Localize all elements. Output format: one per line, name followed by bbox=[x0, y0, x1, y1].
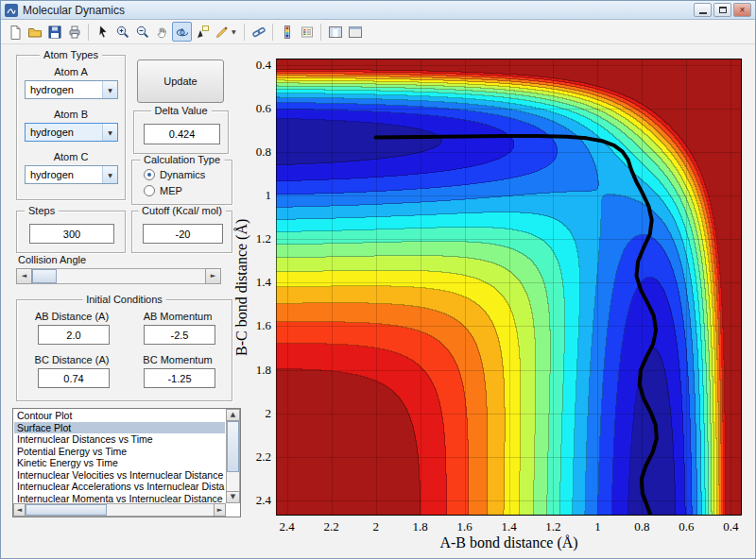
chevron-down-icon: ▼ bbox=[102, 124, 117, 141]
plot-type-list: Contour PlotSurface PlotInternuclear Dis… bbox=[14, 410, 225, 502]
steps-field[interactable] bbox=[29, 224, 114, 244]
atom-c-dropdown[interactable]: hydrogen ▼ bbox=[25, 165, 118, 184]
calculation-type-panel: Calculation Type Dynamics MEP bbox=[131, 160, 232, 205]
figure-toolbar: ▼ bbox=[1, 20, 755, 44]
list-item[interactable]: Kinetic Energy vs Time bbox=[14, 457, 225, 469]
bc-distance-field[interactable] bbox=[38, 368, 110, 388]
radio-button-icon bbox=[144, 169, 155, 180]
slider-left-arrow[interactable]: ◄ bbox=[16, 268, 32, 284]
edit-plot-button[interactable] bbox=[93, 22, 112, 42]
x-tick-label: 2 bbox=[357, 519, 395, 534]
cutoff-title: Cutoff (Kcal/ mol) bbox=[138, 205, 226, 216]
toolbar-separator bbox=[244, 24, 245, 41]
figure-window: Molecular Dynamics × bbox=[0, 0, 756, 559]
rotate-3d-button[interactable] bbox=[172, 22, 192, 42]
list-item[interactable]: Internuclear Momenta vs Internuclear Dis… bbox=[14, 493, 225, 503]
restore-button[interactable] bbox=[713, 3, 731, 17]
ab-momentum-field[interactable] bbox=[144, 325, 215, 345]
slider-right-arrow[interactable]: ► bbox=[205, 268, 221, 284]
bc-momentum-label: BC Momentum bbox=[127, 354, 229, 365]
ab-momentum-label: AB Momentum bbox=[127, 311, 229, 322]
delta-value-field[interactable] bbox=[144, 124, 220, 144]
link-plot-button[interactable] bbox=[249, 22, 268, 42]
chevron-down-icon: ▼ bbox=[102, 81, 117, 98]
list-item[interactable]: Internuclear Accelerations vs Internucle… bbox=[14, 481, 225, 493]
insert-legend-button[interactable] bbox=[297, 22, 317, 42]
new-file-button[interactable] bbox=[5, 22, 25, 42]
bc-distance-label: BC Distance (A) bbox=[21, 354, 123, 365]
link-plot-icon bbox=[251, 25, 266, 40]
plot-tools-show-icon bbox=[328, 25, 343, 40]
plot-tools-hide-icon bbox=[348, 25, 363, 40]
x-axis-label: A-B bond distance (Å) bbox=[276, 534, 742, 551]
brush-button[interactable] bbox=[212, 22, 232, 42]
data-cursor-icon bbox=[195, 25, 210, 40]
print-button[interactable] bbox=[64, 22, 84, 42]
x-tick-label: 1 bbox=[578, 519, 616, 534]
zoom-in-button[interactable] bbox=[112, 22, 132, 42]
calculation-type-title: Calculation Type bbox=[140, 154, 224, 165]
window-title: Molecular Dynamics bbox=[23, 4, 694, 17]
ab-distance-field[interactable] bbox=[38, 325, 110, 345]
atom-b-value: hydrogen bbox=[26, 124, 102, 141]
radio-mep-label: MEP bbox=[160, 185, 182, 196]
radio-button-icon bbox=[144, 185, 155, 196]
delta-value-panel: Delta Value bbox=[133, 110, 229, 154]
x-tick-label: 2.4 bbox=[268, 519, 306, 534]
plot-type-listbox: Contour PlotSurface PlotInternuclear Dis… bbox=[12, 408, 241, 517]
open-file-button[interactable] bbox=[25, 22, 44, 42]
plot-tools-hide-button[interactable] bbox=[345, 22, 365, 42]
update-button[interactable]: Update bbox=[137, 59, 224, 103]
app-icon bbox=[5, 4, 18, 17]
legend-icon bbox=[300, 25, 315, 40]
atom-a-value: hydrogen bbox=[26, 81, 102, 98]
data-cursor-button[interactable] bbox=[192, 22, 212, 42]
bc-momentum-field[interactable] bbox=[144, 368, 215, 388]
slider-thumb[interactable] bbox=[32, 269, 57, 283]
pan-button[interactable] bbox=[152, 22, 172, 42]
brush-icon bbox=[215, 25, 230, 40]
steps-panel: Steps bbox=[16, 211, 126, 253]
printer-icon bbox=[67, 25, 82, 40]
cutoff-field[interactable] bbox=[143, 224, 223, 244]
list-item[interactable]: Internuclear Velocities vs Internuclear … bbox=[14, 469, 225, 482]
new-file-icon bbox=[8, 25, 23, 40]
x-tick-label: 0.8 bbox=[623, 519, 661, 534]
list-item[interactable]: Contour Plot bbox=[14, 410, 225, 422]
initial-conditions-panel: Initial Conditions AB Distance (A) AB Mo… bbox=[16, 299, 232, 401]
listbox-hscroll-left[interactable]: ◄ bbox=[13, 503, 26, 517]
pes-contour-canvas[interactable] bbox=[276, 59, 742, 516]
save-button[interactable] bbox=[44, 22, 64, 42]
x-tick-label: 1.6 bbox=[446, 519, 484, 534]
save-icon bbox=[47, 25, 62, 40]
atom-a-dropdown[interactable]: hydrogen ▼ bbox=[25, 80, 118, 99]
zoom-in-icon bbox=[115, 25, 130, 40]
x-tick-label: 0.4 bbox=[712, 519, 749, 534]
radio-dynamics-label: Dynamics bbox=[160, 169, 205, 180]
radio-dynamics[interactable]: Dynamics bbox=[144, 169, 205, 180]
listbox-hscroll-right[interactable]: ► bbox=[214, 503, 226, 517]
insert-colorbar-button[interactable] bbox=[277, 22, 297, 42]
list-item[interactable]: Surface Plot bbox=[14, 422, 225, 434]
atom-c-label: Atom C bbox=[17, 151, 125, 162]
atom-types-panel: Atom Types Atom A hydrogen ▼ Atom B hydr… bbox=[16, 55, 126, 200]
close-button[interactable]: × bbox=[733, 3, 751, 17]
chevron-down-icon: ▼ bbox=[102, 166, 117, 183]
minimize-icon bbox=[699, 12, 707, 14]
y-axis-label: B-C bond distance (Å) bbox=[233, 59, 249, 516]
collision-angle-label: Collision Angle bbox=[18, 254, 86, 265]
minimize-button[interactable] bbox=[694, 3, 712, 17]
atom-b-dropdown[interactable]: hydrogen ▼ bbox=[25, 123, 118, 142]
pan-hand-icon bbox=[155, 25, 170, 40]
plot-tools-show-button[interactable] bbox=[325, 22, 345, 42]
list-item[interactable]: Internuclear Distances vs Time bbox=[14, 433, 225, 446]
pointer-icon bbox=[95, 25, 111, 40]
steps-title: Steps bbox=[25, 205, 59, 216]
delta-value-title: Delta Value bbox=[150, 105, 211, 116]
radio-mep[interactable]: MEP bbox=[144, 185, 182, 196]
zoom-out-button[interactable] bbox=[132, 22, 152, 42]
list-item[interactable]: Potential Energy vs Time bbox=[14, 446, 225, 458]
brush-dropdown-icon[interactable]: ▼ bbox=[232, 28, 240, 35]
x-tick-label: 1.2 bbox=[534, 519, 572, 534]
listbox-hscroll-thumb[interactable] bbox=[26, 504, 107, 516]
